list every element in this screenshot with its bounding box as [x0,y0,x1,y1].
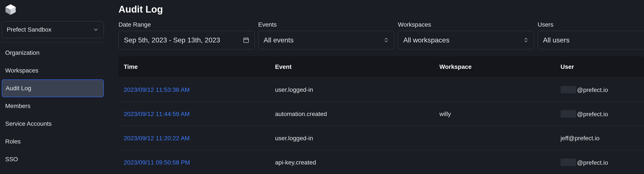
svg-rect-3 [244,38,249,42]
sidebar-nav: Organization Workspaces Audit Log Member… [2,44,104,168]
workspace-selector-label: Prefect Sandbox [7,26,52,33]
sidebar-item-audit-log[interactable]: Audit Log [2,79,104,97]
workspace-selector[interactable]: Prefect Sandbox [2,21,104,38]
table-row: 2023/09/11 09:50:58 PM api-key.created @… [118,150,644,174]
table-row: 2023/09/12 11:20:22 AM user.logged-in je… [118,126,644,150]
redacted-block [560,159,576,166]
sidebar-item-workspaces[interactable]: Workspaces [2,62,104,79]
users-select[interactable]: All users [538,31,644,49]
audit-time-link[interactable]: 2023/09/11 09:50:58 PM [124,159,190,166]
audit-user-cell: @prefect.io [560,86,639,93]
user-email: jeff@prefect.io [560,135,600,141]
column-header-time: Time [124,63,275,70]
date-range-picker[interactable]: Sep 5th, 2023 - Sep 13th, 2023 [118,31,255,49]
audit-event-cell: user.logged-in [275,135,440,142]
sidebar-item-label: Organization [5,49,40,56]
sidebar-item-roles[interactable]: Roles [2,133,104,150]
sidebar-item-sso[interactable]: SSO [2,150,104,168]
filter-workspaces: Workspaces All workspaces [398,21,534,49]
table-header: Time Event Workspace User [118,56,644,77]
sidebar-item-members[interactable]: Members [2,97,104,115]
sidebar-divider [2,42,104,43]
events-value: All events [264,36,294,44]
table-row: 2023/09/12 11:44:59 AM automation.create… [118,102,644,126]
audit-user-cell: @prefect.io [560,159,639,166]
sidebar-item-label: Audit Log [6,85,31,92]
logo [2,3,104,19]
column-header-user: User [560,63,639,70]
sidebar-item-label: Service Accounts [5,120,52,127]
date-range-value: Sep 5th, 2023 - Sep 13th, 2023 [124,36,220,44]
chevrons-up-down-icon [523,37,529,43]
workspaces-value: All workspaces [403,36,449,44]
column-header-event: Event [275,63,440,70]
filters-row: Date Range Sep 5th, 2023 - Sep 13th, 202… [118,21,644,49]
user-email-suffix: @prefect.io [577,159,608,166]
workspaces-select[interactable]: All workspaces [398,31,534,49]
filter-label: Workspaces [398,21,534,28]
filter-label: Date Range [118,21,255,28]
user-email-suffix: @prefect.io [577,111,608,117]
sidebar-item-label: Members [5,103,30,109]
chevrons-up-down-icon [384,37,389,43]
sidebar-item-service-accounts[interactable]: Service Accounts [2,115,104,133]
sidebar-item-organization[interactable]: Organization [2,44,104,62]
user-email-suffix: @prefect.io [577,87,608,93]
chevron-down-icon [93,27,99,33]
audit-event-cell: automation.created [275,111,440,117]
events-select[interactable]: All events [258,31,394,49]
audit-user-cell: jeff@prefect.io [560,135,639,142]
filter-events: Events All events [258,21,394,49]
audit-time-link[interactable]: 2023/09/12 11:44:59 AM [124,111,190,117]
filter-users: Users All users [538,21,644,49]
table-row: 2023/09/12 11:53:38 AM user.logged-in @p… [118,77,644,102]
sidebar-item-label: Roles [5,138,21,145]
redacted-block [560,86,576,93]
filter-label: Events [258,21,394,28]
audit-user-cell: @prefect.io [560,110,639,118]
sidebar-item-label: Workspaces [5,67,38,74]
calendar-icon [243,37,249,43]
column-header-workspace: Workspace [440,63,560,70]
sidebar: Prefect Sandbox Organization Workspaces … [0,0,106,174]
audit-workspace-cell: willy [440,111,560,117]
filter-label: Users [538,21,644,28]
filter-date-range: Date Range Sep 5th, 2023 - Sep 13th, 202… [118,21,255,49]
sidebar-item-label: SSO [5,156,18,163]
audit-time-link[interactable]: 2023/09/12 11:20:22 AM [124,135,190,141]
audit-event-cell: user.logged-in [275,86,440,93]
prefect-logo-icon [4,4,17,16]
main: Audit Log Date Range Sep 5th, 2023 - Sep… [106,0,644,174]
audit-log-table: Time Event Workspace User 2023/09/12 11:… [118,56,644,174]
redacted-block [560,110,576,117]
audit-event-cell: api-key.created [275,159,440,166]
users-value: All users [543,36,570,44]
audit-time-link[interactable]: 2023/09/12 11:53:38 AM [124,86,190,93]
page-title: Audit Log [118,4,644,15]
